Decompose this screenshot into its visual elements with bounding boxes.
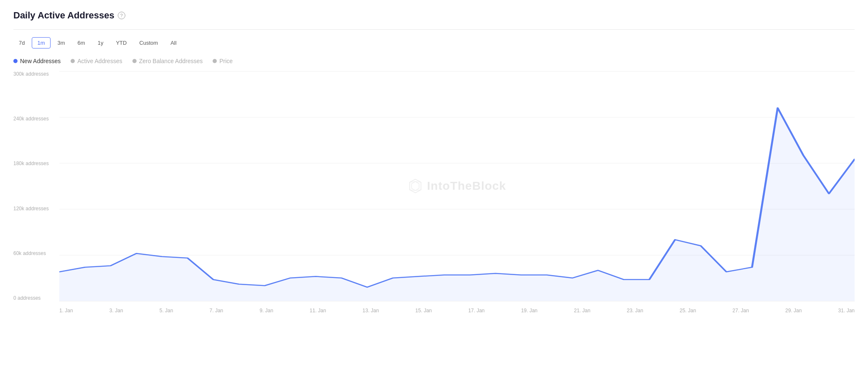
filter-ytd[interactable]: YTD — [110, 37, 132, 48]
legend-dot-new — [13, 59, 18, 63]
legend-price[interactable]: Price — [213, 58, 233, 64]
time-filter-bar: 7d 1m 3m 6m 1y YTD Custom All — [13, 37, 855, 48]
y-label-120k: 120k addresses — [13, 206, 59, 212]
y-label-0: 0 addresses — [13, 295, 59, 301]
x-label-17jan: 17. Jan — [468, 308, 485, 314]
filter-3m[interactable]: 3m — [52, 37, 71, 48]
x-label-5jan: 5. Jan — [160, 308, 173, 314]
filter-all[interactable]: All — [165, 37, 182, 48]
x-axis: 1. Jan 3. Jan 5. Jan 7. Jan 9. Jan 11. J… — [59, 301, 855, 314]
y-label-300k: 300k addresses — [13, 71, 59, 77]
legend-new-addresses[interactable]: New Addresses — [13, 58, 61, 64]
filter-1y[interactable]: 1y — [92, 37, 109, 48]
chart-header: Daily Active Addresses ? — [13, 10, 855, 21]
x-label-3jan: 3. Jan — [109, 308, 123, 314]
chart-title: Daily Active Addresses — [13, 10, 114, 21]
x-label-23jan: 23. Jan — [627, 308, 643, 314]
x-label-1jan: 1. Jan — [59, 308, 73, 314]
legend-dot-zero — [132, 59, 137, 63]
legend-active-addresses[interactable]: Active Addresses — [71, 58, 122, 64]
x-label-25jan: 25. Jan — [680, 308, 696, 314]
y-label-180k: 180k addresses — [13, 161, 59, 166]
legend-label-zero: Zero Balance Addresses — [139, 58, 203, 64]
x-label-13jan: 13. Jan — [363, 308, 379, 314]
legend-label-active: Active Addresses — [77, 58, 122, 64]
filter-7d[interactable]: 7d — [13, 37, 30, 48]
x-label-7jan: 7. Jan — [210, 308, 223, 314]
x-label-9jan: 9. Jan — [259, 308, 273, 314]
filter-custom[interactable]: Custom — [134, 37, 163, 48]
help-icon[interactable]: ? — [118, 12, 125, 19]
x-label-11jan: 11. Jan — [310, 308, 326, 314]
chart-area: 300k addresses 240k addresses 180k addre… — [13, 71, 855, 314]
chart-inner: IntoTheBlock — [59, 71, 855, 301]
legend-label-price: Price — [219, 58, 233, 64]
line-chart-svg — [59, 71, 855, 301]
x-label-29jan: 29. Jan — [785, 308, 802, 314]
legend-dot-price — [213, 59, 217, 63]
x-label-19jan: 19. Jan — [521, 308, 537, 314]
legend-zero-balance[interactable]: Zero Balance Addresses — [132, 58, 203, 64]
y-label-60k: 60k addresses — [13, 250, 59, 256]
x-label-15jan: 15. Jan — [415, 308, 431, 314]
y-axis: 300k addresses 240k addresses 180k addre… — [13, 71, 59, 301]
header-divider — [13, 29, 855, 30]
legend-dot-active — [71, 59, 75, 63]
x-label-31jan: 31. Jan — [838, 308, 855, 314]
filter-1m[interactable]: 1m — [32, 37, 50, 48]
legend-label-new: New Addresses — [20, 58, 61, 64]
y-label-240k: 240k addresses — [13, 116, 59, 122]
filter-6m[interactable]: 6m — [72, 37, 91, 48]
chart-legend: New Addresses Active Addresses Zero Bala… — [13, 58, 855, 64]
x-label-21jan: 21. Jan — [574, 308, 590, 314]
x-label-27jan: 27. Jan — [733, 308, 749, 314]
